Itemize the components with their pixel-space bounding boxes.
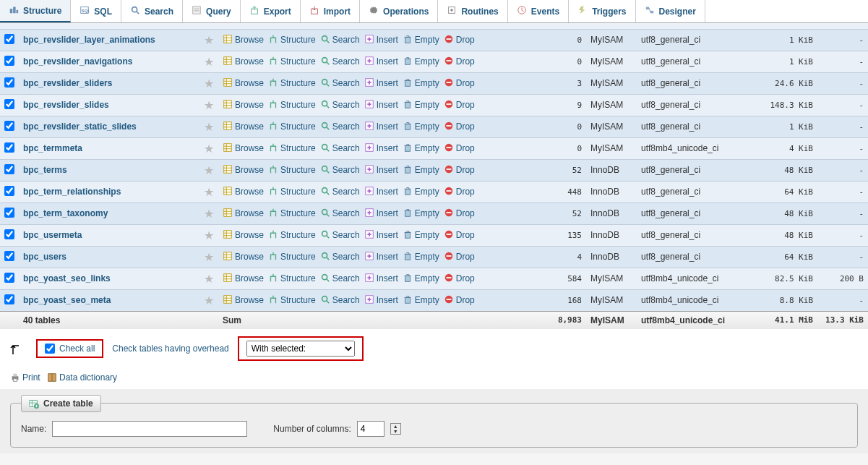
insert-link[interactable]: Insert <box>364 56 398 68</box>
structure-link[interactable]: Structure <box>268 294 316 307</box>
favorite-star-icon[interactable]: ★ <box>204 77 214 90</box>
table-name-link[interactable]: bpc_terms <box>23 165 67 175</box>
table-name-link[interactable]: bpc_revslider_sliders <box>23 78 112 88</box>
empty-link[interactable]: Empty <box>403 186 439 198</box>
structure-link[interactable]: Structure <box>268 186 316 198</box>
table-name-link[interactable]: bpc_usermeta <box>23 230 82 240</box>
browse-link[interactable]: Browse <box>223 251 264 263</box>
drop-link[interactable]: Drop <box>444 208 475 220</box>
insert-link[interactable]: Insert <box>364 77 398 90</box>
tab-routines[interactable]: Routines <box>438 0 507 22</box>
tab-sql[interactable]: SQLSQL <box>71 0 121 22</box>
favorite-star-icon[interactable]: ★ <box>204 208 214 220</box>
table-name-input[interactable] <box>52 421 247 437</box>
search-link[interactable]: Search <box>320 273 360 285</box>
search-link[interactable]: Search <box>320 208 360 220</box>
insert-link[interactable]: Insert <box>364 208 398 220</box>
structure-link[interactable]: Structure <box>268 164 316 176</box>
insert-link[interactable]: Insert <box>364 251 398 263</box>
search-link[interactable]: Search <box>320 56 360 68</box>
empty-link[interactable]: Empty <box>403 251 439 263</box>
insert-link[interactable]: Insert <box>364 273 398 285</box>
data-dictionary-link[interactable]: Data dictionary <box>47 372 117 383</box>
drop-link[interactable]: Drop <box>444 142 475 155</box>
tab-events[interactable]: Events <box>508 0 569 22</box>
insert-link[interactable]: Insert <box>364 99 398 111</box>
tab-search[interactable]: Search <box>121 0 183 22</box>
drop-link[interactable]: Drop <box>444 121 475 133</box>
favorite-star-icon[interactable]: ★ <box>204 251 214 263</box>
favorite-star-icon[interactable]: ★ <box>204 99 214 111</box>
favorite-star-icon[interactable]: ★ <box>204 142 214 155</box>
structure-link[interactable]: Structure <box>268 142 316 155</box>
check-all-checkbox[interactable] <box>45 344 55 354</box>
tab-designer[interactable]: Designer <box>636 0 705 22</box>
drop-link[interactable]: Drop <box>444 229 475 242</box>
tab-export[interactable]: Export <box>241 0 301 22</box>
favorite-star-icon[interactable]: ★ <box>204 229 214 242</box>
structure-link[interactable]: Structure <box>268 77 316 90</box>
empty-link[interactable]: Empty <box>403 294 439 307</box>
row-checkbox[interactable] <box>4 229 14 239</box>
insert-link[interactable]: Insert <box>364 121 398 133</box>
empty-link[interactable]: Empty <box>403 142 439 155</box>
row-checkbox[interactable] <box>4 121 14 131</box>
favorite-star-icon[interactable]: ★ <box>204 34 214 46</box>
row-checkbox[interactable] <box>4 208 14 218</box>
search-link[interactable]: Search <box>320 34 360 46</box>
search-link[interactable]: Search <box>320 164 360 176</box>
table-name-link[interactable]: bpc_users <box>23 252 66 262</box>
browse-link[interactable]: Browse <box>223 229 264 242</box>
browse-link[interactable]: Browse <box>223 186 264 198</box>
empty-link[interactable]: Empty <box>403 56 439 68</box>
table-name-link[interactable]: bpc_term_taxonomy <box>23 208 108 218</box>
browse-link[interactable]: Browse <box>223 294 264 307</box>
insert-link[interactable]: Insert <box>364 142 398 155</box>
favorite-star-icon[interactable]: ★ <box>204 56 214 68</box>
browse-link[interactable]: Browse <box>223 208 264 220</box>
drop-link[interactable]: Drop <box>444 34 475 46</box>
table-name-link[interactable]: bpc_revslider_static_slides <box>23 121 137 132</box>
structure-link[interactable]: Structure <box>268 121 316 133</box>
stepper-down-icon[interactable]: ▼ <box>391 429 400 434</box>
insert-link[interactable]: Insert <box>364 294 398 307</box>
empty-link[interactable]: Empty <box>403 99 439 111</box>
stepper-up-icon[interactable]: ▲ <box>391 424 400 429</box>
insert-link[interactable]: Insert <box>364 34 398 46</box>
table-name-link[interactable]: bpc_revslider_navigations <box>23 56 132 67</box>
empty-link[interactable]: Empty <box>403 208 439 220</box>
row-checkbox[interactable] <box>4 99 14 109</box>
structure-link[interactable]: Structure <box>268 251 316 263</box>
columns-stepper[interactable]: ▲▼ <box>390 423 401 435</box>
row-checkbox[interactable] <box>4 34 14 44</box>
row-checkbox[interactable] <box>4 164 14 174</box>
search-link[interactable]: Search <box>320 229 360 242</box>
print-link[interactable]: Print <box>10 372 40 383</box>
row-checkbox[interactable] <box>4 273 14 283</box>
empty-link[interactable]: Empty <box>403 77 439 90</box>
drop-link[interactable]: Drop <box>444 99 475 111</box>
structure-link[interactable]: Structure <box>268 273 316 285</box>
structure-link[interactable]: Structure <box>268 229 316 242</box>
insert-link[interactable]: Insert <box>364 229 398 242</box>
row-checkbox[interactable] <box>4 56 14 66</box>
search-link[interactable]: Search <box>320 186 360 198</box>
check-all-link[interactable]: Check all <box>59 344 95 354</box>
browse-link[interactable]: Browse <box>223 164 264 176</box>
favorite-star-icon[interactable]: ★ <box>204 273 214 285</box>
browse-link[interactable]: Browse <box>223 34 264 46</box>
tab-import[interactable]: Import <box>301 0 360 22</box>
empty-link[interactable]: Empty <box>403 164 439 176</box>
browse-link[interactable]: Browse <box>223 142 264 155</box>
table-name-link[interactable]: bpc_yoast_seo_links <box>23 273 111 283</box>
insert-link[interactable]: Insert <box>364 164 398 176</box>
table-name-link[interactable]: bpc_termmeta <box>23 143 82 153</box>
table-name-link[interactable]: bpc_revslider_slides <box>23 100 109 110</box>
tab-triggers[interactable]: Triggers <box>569 0 635 22</box>
browse-link[interactable]: Browse <box>223 56 264 68</box>
empty-link[interactable]: Empty <box>403 229 439 242</box>
row-checkbox[interactable] <box>4 77 14 88</box>
insert-link[interactable]: Insert <box>364 186 398 198</box>
row-checkbox[interactable] <box>4 251 14 261</box>
table-name-link[interactable]: bpc_term_relationships <box>23 187 121 197</box>
